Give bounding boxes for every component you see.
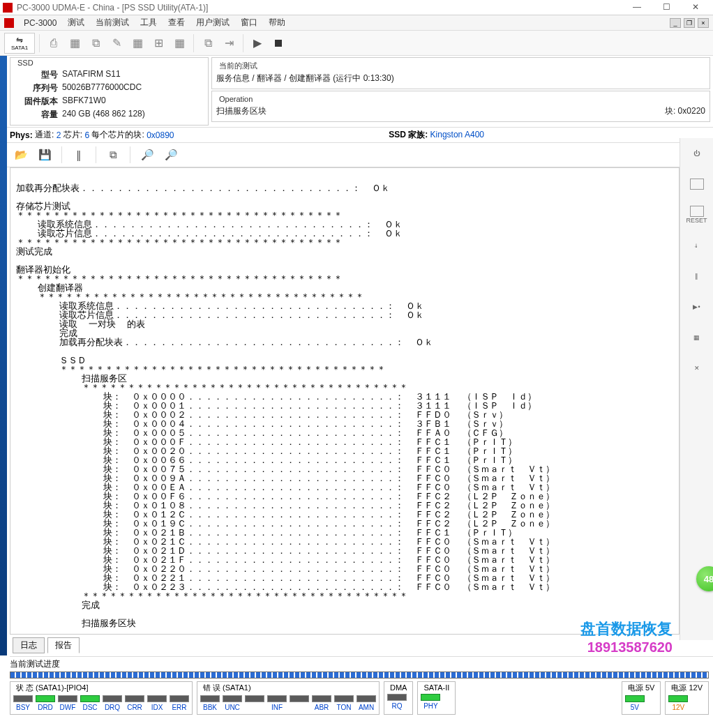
play-button[interactable]: ▶ xyxy=(248,33,267,53)
ch-label: 通道: xyxy=(35,129,54,141)
tb-icon-4[interactable]: ✎ xyxy=(107,33,126,53)
connector-icon[interactable]: ⫰ xyxy=(687,236,707,255)
dma-led: RQ xyxy=(387,694,407,710)
err-led: ABR xyxy=(312,695,331,711)
tb-icon-2[interactable]: ▦ xyxy=(65,33,84,53)
state-led: BSY xyxy=(13,695,33,711)
power-icon[interactable]: ⏻ xyxy=(687,144,707,163)
search-icon[interactable]: 🔎 xyxy=(137,145,157,165)
pause-side-icon[interactable]: ‖ xyxy=(687,266,707,286)
log-tabs: 日志 报告 xyxy=(10,635,713,656)
phys-label: Phys: xyxy=(10,130,33,140)
tb-icon-3[interactable]: ⧉ xyxy=(86,33,105,53)
err-led: INF xyxy=(267,695,287,711)
status-panel: 状 态 (SATA1)-[PIO4] BSYDRDDWFDSCDRQCRRIDX… xyxy=(10,681,709,715)
tab-report[interactable]: 报告 xyxy=(47,637,80,653)
ssd-info-panel: SSD 型号SATAFIRM S11 序列号50026B7776000CDC 固… xyxy=(10,57,209,126)
menu-item-window[interactable]: 窗口 xyxy=(237,15,262,30)
pause-icon[interactable]: ‖ xyxy=(69,145,89,165)
main-toolbar: ⇋ SATA1 ⎙ ▦ ⧉ ✎ ▦ ⊞ ▦ ⧉ ⇥ ▶ xyxy=(0,31,713,56)
state-led: DRD xyxy=(36,695,55,711)
log-output[interactable]: 加载再分配块表．．．．．．．．．．．．．．．．．．．．．．．．．．．．．．： Ｏ… xyxy=(10,167,680,635)
err-led xyxy=(290,695,309,711)
reset-icon[interactable]: RESET xyxy=(687,205,707,225)
err-led: UNC xyxy=(223,695,242,711)
window-title: PC-3000 UDMA-E - China - [PS SSD Utility… xyxy=(17,3,622,13)
progress-bar xyxy=(10,672,709,678)
copy-icon[interactable]: ⧉ xyxy=(103,145,123,165)
action-toolbar: 📂 💾 ‖ ⧉ 🔎 🔎 xyxy=(0,142,713,167)
status-12v-group: 电源 12V 12V xyxy=(665,681,709,715)
menu-app-icon xyxy=(4,18,14,28)
p5-led: 5V xyxy=(625,695,645,711)
close-button[interactable]: ✕ xyxy=(681,0,710,15)
current-test-text: 服务信息 / 翻译器 / 创建翻译器 (运行中 0:13:30) xyxy=(216,73,394,84)
tb-icon-8[interactable]: ⧉ xyxy=(198,33,218,53)
serial-value: 50026B7776000CDC xyxy=(62,82,142,94)
perchip-value: 0x0890 xyxy=(147,130,174,140)
err-led: BBK xyxy=(200,695,220,711)
tools-icon[interactable]: ✕ xyxy=(687,358,707,378)
op-legend: Operation xyxy=(216,95,255,103)
mdi-restore-button[interactable]: ❐ xyxy=(684,18,695,28)
serial-label: 序列号 xyxy=(15,82,58,94)
progress-label: 当前测试进度 xyxy=(10,656,713,670)
save-icon[interactable]: 💾 xyxy=(35,145,54,165)
open-icon[interactable]: 📂 xyxy=(11,145,31,165)
chip-value: 6 xyxy=(84,130,89,140)
fw-label: 固件版本 xyxy=(15,96,58,107)
dma-legend: DMA xyxy=(387,683,410,692)
menu-app-name[interactable]: PC-3000 xyxy=(20,17,61,29)
chip-icon[interactable] xyxy=(687,174,707,194)
tb-icon-7[interactable]: ▦ xyxy=(170,33,189,53)
chip2-icon[interactable]: ▦ xyxy=(687,328,707,347)
fw-value: SBFK71W0 xyxy=(62,96,106,107)
sata-port-button[interactable]: ⇋ SATA1 xyxy=(4,33,35,54)
p5-legend: 电源 5V xyxy=(625,683,658,693)
mdi-minimize-button[interactable]: _ xyxy=(670,18,681,28)
model-label: 型号 xyxy=(15,69,58,81)
menu-item-view[interactable]: 查看 xyxy=(164,15,189,30)
phy-led: PHY xyxy=(421,694,440,710)
current-test-panel: 当前的测试 服务信息 / 翻译器 / 创建翻译器 (运行中 0:13:30) xyxy=(211,57,710,89)
err-legend: 错 误 (SATA1) xyxy=(200,683,254,693)
tb-icon-5[interactable]: ▦ xyxy=(128,33,147,53)
status-error-group: 错 误 (SATA1) BBKUNCINFABRTONAMN xyxy=(197,681,380,715)
menu-item-user-test[interactable]: 用户测试 xyxy=(192,15,234,30)
menu-item-test[interactable]: 测试 xyxy=(63,15,89,30)
state-led: ERR xyxy=(170,695,189,711)
stop-button[interactable] xyxy=(269,33,288,53)
minimize-button[interactable]: — xyxy=(622,0,652,15)
maximize-button[interactable]: ☐ xyxy=(652,0,681,15)
ssd-family-value: Kingston A400 xyxy=(430,130,484,139)
cap-label: 容量 xyxy=(15,109,58,121)
phys-line: Phys: 通道: 2 芯片: 6 每个芯片的块: 0x0890 SSD 家族:… xyxy=(0,128,713,142)
tab-log[interactable]: 日志 xyxy=(13,637,45,653)
right-tool-column: ⏻ RESET ⫰ ‖ ▶• ▦ ✕ 48 xyxy=(680,138,713,640)
op-left-text: 扫描服务区块 xyxy=(216,105,267,117)
menu-item-current-test[interactable]: 当前测试 xyxy=(91,15,133,30)
err-led: AMN xyxy=(356,695,376,711)
search-next-icon[interactable]: 🔎 xyxy=(161,145,181,165)
sata2-legend: SATA-II xyxy=(421,683,452,692)
title-bar: PC-3000 UDMA-E - China - [PS SSD Utility… xyxy=(0,0,713,15)
err-led: TON xyxy=(334,695,354,711)
chip-label: 芯片: xyxy=(63,129,82,141)
tb-icon-1[interactable]: ⎙ xyxy=(44,33,63,53)
state-led: DSC xyxy=(80,695,100,711)
mdi-close-button[interactable]: × xyxy=(698,18,709,28)
tb-icon-6[interactable]: ⊞ xyxy=(149,33,168,53)
state-led: CRR xyxy=(125,695,144,711)
tb-icon-9[interactable]: ⇥ xyxy=(219,33,239,53)
app-icon xyxy=(3,3,13,13)
temp-badge: 48 xyxy=(696,566,713,591)
ssd-legend: SSD xyxy=(15,59,36,67)
perchip-label: 每个芯片的块: xyxy=(91,129,144,141)
play-side-icon[interactable]: ▶• xyxy=(687,297,707,317)
p12-legend: 电源 12V xyxy=(668,683,705,693)
cap-value: 240 GB (468 862 128) xyxy=(62,109,145,121)
menu-item-tools[interactable]: 工具 xyxy=(136,15,161,30)
sata-port-label: SATA1 xyxy=(11,45,28,51)
menu-item-help[interactable]: 帮助 xyxy=(264,15,290,30)
ssd-family-label: SSD 家族: xyxy=(389,130,428,139)
